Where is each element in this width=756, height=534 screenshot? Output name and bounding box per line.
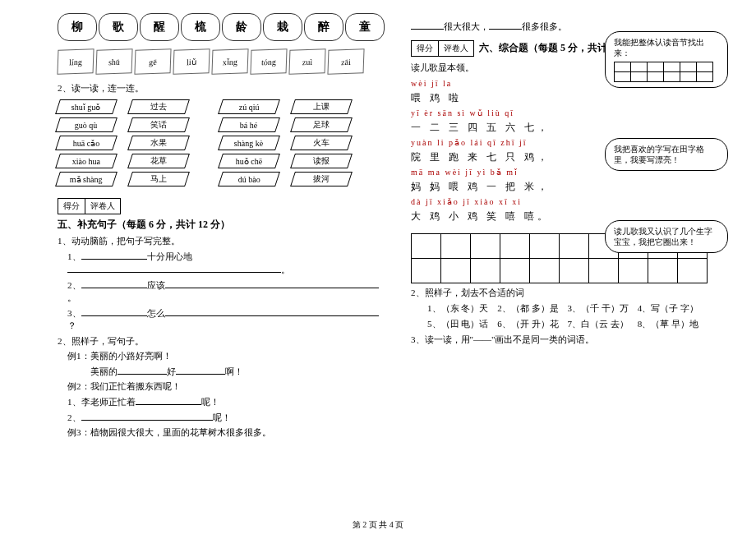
rhyme-pinyin: wèi jī la bbox=[411, 79, 575, 88]
match-pinyin: shuǐ guǒ bbox=[55, 99, 118, 114]
example-2: 例2：我们正忙着搬东西呢！ bbox=[67, 380, 386, 393]
mini-grid bbox=[614, 62, 713, 82]
leaf-pinyin: xǐng bbox=[211, 48, 248, 75]
match-pinyin: zú qiú bbox=[218, 99, 280, 114]
speech-bubble-2: 我把喜欢的字写在田字格里，我要写漂亮！ bbox=[605, 138, 728, 171]
match-cn: 花草 bbox=[127, 154, 190, 168]
section-5-title: 五、补充句子（每题 6 分，共计 12 分） bbox=[58, 218, 386, 232]
match-pinyin: mǎ shàng bbox=[55, 172, 118, 186]
fill-line: 1、李老师正忙着呢！ bbox=[67, 395, 386, 408]
match-pinyin: huǒ chē bbox=[218, 154, 280, 168]
match-pinyin: guò qù bbox=[55, 117, 118, 132]
cloud-char: 龄 bbox=[222, 13, 261, 41]
rhyme-pinyin: yuàn li pǎo lái qī zhī jī bbox=[411, 138, 575, 147]
q2-label: 2、读一读，连一连。 bbox=[58, 82, 386, 94]
example-3: 例3：植物园很大很大，里面的花草树木很多很多。 bbox=[67, 426, 386, 439]
rhyme-cn: 一 二 三 四 五 六 七， bbox=[411, 121, 575, 135]
match-pinyin: shàng kè bbox=[218, 136, 280, 150]
score-label: 得分 bbox=[412, 41, 439, 56]
speech-bubble-1: 我能把整体认读音节找出来： bbox=[605, 31, 728, 88]
page-footer: 第 2 页 共 4 页 bbox=[0, 519, 756, 531]
fill-line: 2、应该。 bbox=[67, 279, 386, 304]
cloud-char: 栽 bbox=[263, 13, 302, 41]
rhyme-pinyin: mā ma wèi jī yì bǎ mǐ bbox=[411, 168, 575, 177]
match-cn: 笑话 bbox=[127, 117, 190, 132]
cloud-char: 梳 bbox=[181, 13, 220, 41]
match-cn: 过去 bbox=[127, 99, 190, 114]
leaf-pinyin: shū bbox=[95, 48, 132, 75]
fill-line: 1、十分用心地。 bbox=[67, 250, 386, 276]
example-1b: 美丽的好啊！ bbox=[90, 365, 386, 378]
match-pinyin: dú bào bbox=[218, 172, 280, 186]
matching-exercise: shuǐ guǒ guò qù huā cǎo xiào hua mǎ shàn… bbox=[58, 99, 386, 186]
cloud-char: 童 bbox=[345, 13, 385, 41]
sec5-q1: 1、动动脑筋，把句子写完整。 bbox=[58, 235, 386, 247]
fill-line: 3、怎么？ bbox=[67, 306, 386, 332]
match-pinyin: huā cǎo bbox=[55, 136, 118, 150]
cloud-char: 醉 bbox=[304, 13, 343, 41]
match-cn: 足球 bbox=[290, 117, 353, 132]
sec6-q3: 3、读一读，用"——"画出不是同一类的词语。 bbox=[411, 334, 723, 346]
cloud-char: 柳 bbox=[58, 13, 97, 41]
rhyme-pinyin: dà jī xiǎo jī xiào xī xi bbox=[411, 197, 575, 206]
match-cn: 火车 bbox=[290, 136, 353, 150]
rhyme-cn: 喂 鸡 啦 bbox=[411, 91, 575, 105]
match-cn: 读报 bbox=[290, 154, 353, 168]
grader-label: 评卷人 bbox=[439, 41, 473, 56]
rhyme-cn: 妈 妈 喂 鸡 一 把 米， bbox=[411, 180, 575, 194]
fill-line: 2、呢！ bbox=[67, 411, 386, 424]
rhyme-cn: 大 鸡 小 鸡 笑 嘻 嘻。 bbox=[411, 209, 575, 223]
leaf-pinyin: liǔ bbox=[173, 48, 210, 75]
leaf-pinyin: zuì bbox=[288, 48, 325, 75]
match-cn: 马上 bbox=[127, 172, 190, 186]
sec6-q2-items2: 5、（田 电）话 6、（开 升）花 7、白（云 去） 8、（草 早）地 bbox=[427, 318, 723, 330]
sec6-q2: 2、照样子，划去不合适的词 bbox=[411, 287, 723, 299]
match-pinyin: bá hé bbox=[218, 117, 280, 132]
rhyme-block: wèi jī la 喂 鸡 啦 yī èr sān sì wǔ liù qī 一… bbox=[411, 79, 575, 223]
leaf-row: líng shū gē liǔ xǐng tóng zuì zāi bbox=[58, 49, 386, 74]
rhyme-pinyin: yī èr sān sì wǔ liù qī bbox=[411, 108, 575, 117]
leaf-pinyin: zāi bbox=[327, 48, 364, 75]
match-cn: 上课 bbox=[290, 99, 353, 114]
match-pinyin: xiào hua bbox=[55, 154, 118, 168]
score-label: 得分 bbox=[58, 199, 85, 214]
match-cn: 拔河 bbox=[290, 172, 353, 186]
match-cn: 水果 bbox=[127, 136, 190, 150]
score-box-left: 得分 评卷人 bbox=[58, 198, 386, 214]
example-1a: 例1：美丽的小路好亮啊！ bbox=[67, 350, 386, 362]
sec5-q2: 2、照样子，写句子。 bbox=[58, 335, 386, 348]
rhyme-cn: 院 里 跑 来 七 只 鸡， bbox=[411, 150, 575, 164]
cloud-char: 歌 bbox=[99, 13, 138, 41]
sec6-q2-items: 1、（东 冬）天 2、（都 多）是 3、（千 干）万 4、写（子 字） bbox=[427, 302, 723, 315]
speech-bubble-3: 读儿歌我又认识了几个生字宝宝，我把它圈出来！ bbox=[605, 220, 728, 253]
grader-label: 评卷人 bbox=[85, 199, 120, 214]
cloud-row: 柳 歌 醒 梳 龄 栽 醉 童 bbox=[58, 13, 385, 41]
leaf-pinyin: líng bbox=[57, 48, 94, 75]
leaf-pinyin: gē bbox=[134, 48, 171, 75]
cloud-char: 醒 bbox=[140, 13, 179, 41]
leaf-pinyin: tóng bbox=[250, 48, 287, 75]
